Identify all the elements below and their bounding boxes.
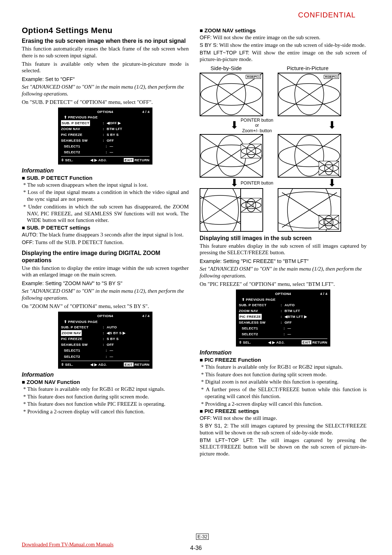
section1-p1: This function automatically erases the b… xyxy=(22,45,189,59)
main-title: Option4 Settings Menu xyxy=(22,26,189,35)
osd1-subp-val: ◀OFF ▶ xyxy=(106,120,150,126)
diagram-tv-5 xyxy=(200,188,263,232)
right-column: ZOOM NAV settings OFF: Will not show the… xyxy=(200,26,367,458)
info3-h2: PIC FREEZE settings xyxy=(200,408,367,414)
section2-title: Displaying the entire image during DIGIT… xyxy=(22,250,189,264)
rgb-tag: RGB/PC1 xyxy=(246,75,261,79)
section1-title: Erasing the sub screen image when there … xyxy=(22,37,189,45)
osd1-page: 4 / 4 xyxy=(142,109,150,114)
diag-pip-label: Picture-in-Picture xyxy=(287,65,328,71)
zoomnav-settings-h: ZOOM NAV settings xyxy=(200,27,367,33)
section1-ital: Set "ADVANCED OSM" to "ON" in the main m… xyxy=(22,84,189,97)
info1-b2: * Loss of the input signal means a condi… xyxy=(22,189,189,203)
section1-p3: On "SUB. P DETECT" of "OPTION4" menu, se… xyxy=(22,99,189,106)
auto-label: AUTO: xyxy=(22,232,38,238)
info2-heading: Information xyxy=(22,372,189,378)
columns: Option4 Settings Menu Erasing the sub sc… xyxy=(22,26,370,458)
down-arrow-icon: ⬇ xyxy=(230,121,238,129)
section1-example: Example: Set to "OFF" xyxy=(22,76,189,82)
osd-menu-2: OPTION44 / 4 ⬆ PREVIOUS PAGE SUB. P DETE… xyxy=(58,312,152,368)
page: CONFIDENTIAL Option4 Settings Menu Erasi… xyxy=(0,0,392,555)
section2-p2: On "ZOOM NAV" of "OPTION4" menu, select … xyxy=(22,303,189,310)
osd1-prev: ⬆ PREVIOUS PAGE xyxy=(61,114,150,120)
info1-b1: * The sub screen disappears when the inp… xyxy=(22,182,189,189)
down-arrow-icon: ⬇ xyxy=(230,179,238,187)
diagram-block: Side-by-Side Picture-in-Picture RGB/PC1 xyxy=(200,65,367,232)
info1-b3: * Under conditions in which the sub scre… xyxy=(22,203,189,224)
arrow1-label: POINTER button or Zoom+/- button xyxy=(241,118,273,133)
page-number-e: E-32 xyxy=(196,534,209,540)
info3-h1: PIC FREEZE Function xyxy=(200,357,367,363)
info1-h2: SUB. P DETECT settings xyxy=(22,224,189,231)
diagram-tv-4 xyxy=(278,134,341,178)
section1-p2: This feature is available only when the … xyxy=(22,61,189,74)
section3-title: Displaying still images in the sub scree… xyxy=(200,235,367,242)
diagram-tv-6 xyxy=(278,188,341,232)
diagram-tv-1: RGB/PC1 xyxy=(200,73,263,116)
info2-h1: ZOOM NAV Function xyxy=(22,379,189,385)
diag-sbs-label: Side-by-Side xyxy=(200,65,287,71)
info3-heading: Information xyxy=(200,349,367,356)
section2-ital: Set "ADVANCED OSM" to "ON" in the main m… xyxy=(22,288,189,301)
off-label: OFF: xyxy=(22,239,34,245)
info1-heading: Information xyxy=(22,167,189,174)
down-arrow-icon: ⬇ xyxy=(328,121,336,129)
confidential-label: CONFIDENTIAL xyxy=(22,11,356,19)
osd-menu-3: OPTION44 / 4 ⬆ PREVIOUS PAGE SUB. P DETE… xyxy=(236,289,330,346)
osd1-title: OPTION4 xyxy=(97,110,113,114)
info1-h1: SUB. P DETECT Function xyxy=(22,175,189,181)
diagram-tv-3 xyxy=(200,134,263,178)
left-column: Option4 Settings Menu Erasing the sub sc… xyxy=(22,26,189,458)
section2-p1: Use this function to display the entire … xyxy=(22,265,189,279)
down-arrow-icon: ⬇ xyxy=(328,179,336,187)
osd1-subp-label: SUB. P DETECT xyxy=(61,120,90,126)
osd-menu-1: OPTION44 / 4 ⬆ PREVIOUS PAGE SUB. P DETE… xyxy=(58,108,152,164)
page-number-436: 4-36 xyxy=(0,545,392,551)
diagram-tv-2: RGB/PC1 xyxy=(278,73,341,116)
section2-example: Example: Setting "ZOOM NAV" to "S BY S" xyxy=(22,280,189,286)
